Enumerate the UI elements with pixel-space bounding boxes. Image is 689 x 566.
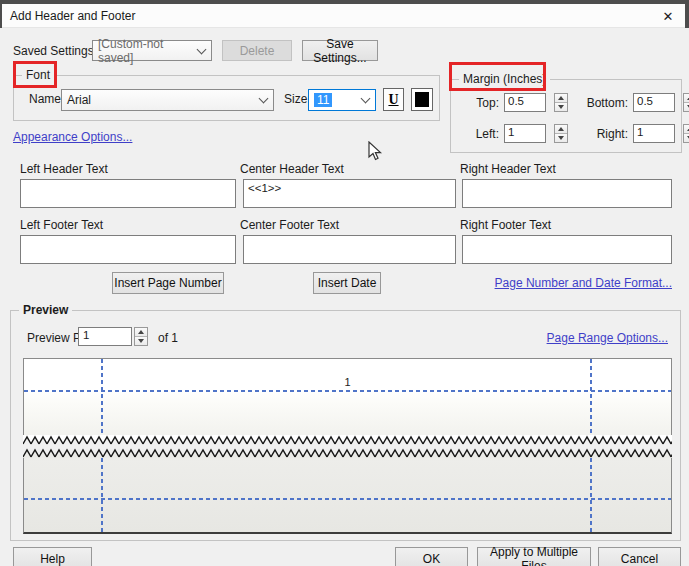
saved-settings-combo[interactable]: [Custom-not saved] (92, 40, 212, 61)
page-tear-edge-top (23, 435, 672, 445)
margin-left-input[interactable]: 1 (504, 124, 546, 143)
cancel-button[interactable]: Cancel (598, 547, 681, 566)
appearance-options-link[interactable]: Appearance Options... (13, 130, 132, 144)
preview-of-text: of 1 (158, 331, 178, 345)
right-header-input[interactable] (462, 179, 672, 208)
page-range-options-link[interactable]: Page Range Options... (547, 331, 668, 345)
margin-bottom-input[interactable]: 0.5 (633, 93, 675, 112)
underline-button[interactable]: U (383, 88, 404, 111)
bottom-margin-guide (24, 498, 671, 500)
saved-settings-value: [Custom-not saved] (98, 37, 193, 65)
margin-row-bottom: Left: 1 Right: 1 (457, 124, 689, 143)
delete-button[interactable]: Delete (222, 40, 292, 61)
preview-page-top: 1 (23, 358, 672, 435)
margin-right-label: Right: (582, 127, 628, 141)
left-header-label: Left Header Text (20, 162, 108, 176)
help-button[interactable]: Help (13, 547, 92, 566)
font-size-label: Size: (284, 92, 311, 106)
preview-group: Preview Preview Page 1 of 1 Page Range O… (10, 310, 681, 541)
font-size-value: 11 (314, 93, 332, 107)
chevron-down-icon (259, 94, 269, 104)
spin-down-icon[interactable] (555, 134, 567, 142)
left-footer-label: Left Footer Text (20, 218, 103, 232)
margin-bottom-label: Bottom: (582, 96, 628, 110)
preview-page-input[interactable]: 1 (78, 327, 132, 346)
center-footer-label: Center Footer Text (240, 218, 339, 232)
top-margin-guide (24, 390, 671, 392)
font-name-combo[interactable]: Arial (61, 89, 274, 111)
font-size-combo[interactable]: 11 (308, 89, 376, 111)
left-margin-guide (101, 359, 103, 435)
center-header-input[interactable]: <<1>> (243, 179, 456, 208)
right-margin-guide (590, 458, 592, 532)
insert-date-button[interactable]: Insert Date (313, 272, 381, 294)
margin-right-spinner[interactable] (683, 124, 689, 143)
spin-down-icon[interactable] (684, 103, 689, 111)
font-color-swatch-button[interactable] (411, 88, 433, 111)
margin-row-top: Top: 0.5 Bottom: 0.5 (457, 93, 689, 112)
preview-group-label: Preview (19, 303, 72, 317)
window-frame-right (685, 0, 689, 28)
add-header-footer-dialog: { "window": { "title": "Add Header and F… (0, 0, 689, 566)
spin-up-icon[interactable] (135, 328, 147, 337)
margin-right-input[interactable]: 1 (633, 124, 675, 143)
chevron-down-icon (197, 44, 207, 54)
spin-down-icon[interactable] (684, 134, 689, 142)
preview-header-page-number: 1 (24, 376, 671, 388)
right-footer-input[interactable] (462, 235, 672, 264)
margin-left-label: Left: (457, 127, 499, 141)
page-tear-edge-bottom (23, 448, 672, 458)
margin-top-input[interactable]: 0.5 (504, 93, 546, 112)
left-header-input[interactable] (20, 179, 236, 208)
page-number-date-format-link[interactable]: Page Number and Date Format... (495, 276, 672, 290)
preview-page-bottom (23, 458, 672, 534)
right-margin-guide (590, 359, 592, 435)
left-margin-guide (101, 458, 103, 532)
spin-up-icon[interactable] (555, 125, 567, 134)
margin-annotation-rectangle (449, 62, 546, 91)
close-icon[interactable]: ✕ (659, 7, 677, 25)
spin-down-icon[interactable] (555, 103, 567, 111)
title-bar: Add Header and Footer ✕ (2, 4, 685, 28)
font-name-value: Arial (67, 93, 91, 107)
center-header-label: Center Header Text (240, 162, 344, 176)
mouse-cursor-icon (368, 141, 383, 162)
margin-bottom-spinner[interactable] (683, 93, 689, 112)
left-footer-input[interactable] (20, 235, 236, 264)
center-footer-input[interactable] (243, 235, 456, 264)
font-group: Font Name: Arial Size: 11 U (13, 75, 440, 121)
dialog-title: Add Header and Footer (10, 9, 135, 23)
preview-page-spinner[interactable] (134, 327, 148, 346)
right-footer-label: Right Footer Text (460, 218, 551, 232)
apply-to-multiple-files-button[interactable]: Apply to Multiple Files (477, 547, 591, 566)
save-settings-button[interactable]: Save Settings... (302, 40, 378, 61)
font-annotation-rectangle (13, 61, 57, 88)
color-swatch-icon (415, 92, 429, 107)
right-header-label: Right Header Text (460, 162, 556, 176)
margin-top-spinner[interactable] (554, 93, 568, 112)
insert-page-number-button[interactable]: Insert Page Number (112, 272, 224, 294)
margin-top-label: Top: (457, 96, 499, 110)
margin-left-spinner[interactable] (554, 124, 568, 143)
spin-up-icon[interactable] (555, 94, 567, 103)
ok-button[interactable]: OK (395, 547, 468, 566)
font-name-label: Name: (29, 92, 64, 106)
chevron-down-icon (361, 94, 371, 104)
spin-down-icon[interactable] (135, 337, 147, 345)
spin-up-icon[interactable] (684, 125, 689, 134)
saved-settings-label: Saved Settings: (13, 44, 97, 58)
spin-up-icon[interactable] (684, 94, 689, 103)
